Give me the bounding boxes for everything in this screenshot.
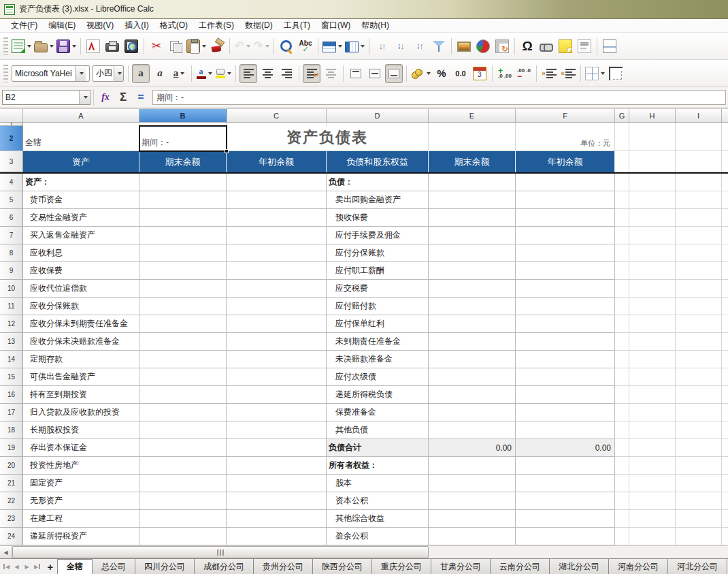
cell-a2-scope[interactable]: 全辖 — [23, 126, 139, 151]
liability-label-cell[interactable]: 股本 — [327, 475, 429, 492]
next-sheet-button[interactable]: ▶ — [22, 562, 32, 572]
row-header-3[interactable]: 3 — [0, 151, 23, 172]
liability-beginning-cell[interactable]: 0.00 — [516, 439, 615, 457]
liability-ending-cell[interactable] — [429, 262, 516, 280]
fill-handle[interactable] — [225, 149, 229, 153]
asset-beginning-cell[interactable] — [227, 280, 327, 298]
liability-label-cell[interactable]: 应付分保账款 — [327, 244, 429, 262]
cell-c2-title[interactable]: 资产负债表 — [227, 126, 429, 151]
asset-label-cell[interactable]: 存出资本保证金 — [23, 439, 139, 457]
row-header[interactable]: 8 — [0, 244, 23, 262]
row-header[interactable]: 7 — [0, 227, 23, 244]
table-header-assets[interactable]: 资产 — [23, 151, 139, 172]
liability-ending-cell[interactable] — [429, 280, 516, 298]
liability-ending-cell[interactable] — [429, 386, 516, 404]
liability-ending-cell[interactable] — [429, 174, 516, 191]
liability-beginning-cell[interactable] — [516, 262, 615, 280]
scrollbar-thumb[interactable] — [12, 546, 429, 558]
asset-beginning-cell[interactable] — [227, 191, 327, 209]
delete-decimal-button[interactable]: .00 .0− — [515, 64, 533, 83]
asset-ending-cell[interactable] — [139, 191, 227, 209]
liability-ending-cell[interactable] — [429, 510, 516, 528]
font-size-combo[interactable]: 小四 — [93, 65, 124, 82]
asset-label-cell[interactable]: 固定资产 — [23, 475, 139, 492]
special-character-button[interactable]: Ω — [518, 37, 536, 56]
export-pdf-button[interactable] — [84, 37, 102, 56]
font-color-button[interactable]: a — [195, 64, 213, 83]
liability-beginning-cell[interactable] — [516, 298, 615, 315]
sheet-tab[interactable]: 总公司 — [92, 559, 135, 574]
asset-ending-cell[interactable] — [139, 457, 227, 475]
liability-beginning-cell[interactable] — [516, 421, 615, 439]
dropdown-arrow-icon[interactable] — [72, 45, 76, 48]
cell-f2-unit[interactable]: 单位：元 — [516, 126, 615, 151]
liability-label-cell[interactable]: 预收保费 — [327, 209, 429, 227]
liability-label-cell[interactable]: 保费准备金 — [327, 404, 429, 421]
merge-cells-button[interactable] — [322, 64, 340, 83]
row-header[interactable]: 22 — [0, 492, 23, 510]
asset-label-cell[interactable]: 递延所得税资产 — [23, 528, 139, 545]
liability-beginning-cell[interactable] — [516, 209, 615, 227]
asset-beginning-cell[interactable] — [227, 174, 327, 191]
insert-comment-button[interactable] — [557, 37, 574, 56]
asset-beginning-cell[interactable] — [227, 475, 327, 492]
dropdown-arrow-icon[interactable] — [227, 72, 231, 75]
asset-ending-cell[interactable] — [139, 528, 227, 545]
liability-label-cell[interactable]: 其他综合收益 — [327, 510, 429, 528]
asset-ending-cell[interactable] — [139, 280, 227, 298]
asset-ending-cell[interactable] — [139, 421, 227, 439]
liability-label-cell[interactable]: 盈余公积 — [327, 528, 429, 545]
liability-beginning-cell[interactable] — [516, 244, 615, 262]
borders-button[interactable] — [584, 64, 606, 83]
column-header[interactable]: I — [676, 109, 722, 123]
liability-beginning-cell[interactable] — [516, 368, 615, 386]
liability-beginning-cell[interactable] — [516, 492, 615, 510]
asset-beginning-cell[interactable] — [227, 404, 327, 421]
align-center-button[interactable] — [259, 64, 276, 83]
insert-chart-button[interactable] — [474, 37, 492, 56]
sum-button[interactable]: Σ — [114, 89, 132, 106]
italic-button[interactable]: a — [151, 64, 169, 83]
liability-ending-cell[interactable] — [429, 244, 516, 262]
table-header-ending-balance2[interactable]: 期末余额 — [429, 151, 516, 172]
row-header[interactable]: 10 — [0, 280, 23, 298]
asset-label-cell[interactable]: 归入贷款及应收款的投资 — [23, 404, 139, 421]
date-format-button[interactable] — [471, 64, 489, 83]
asset-ending-cell[interactable] — [139, 244, 227, 262]
asset-beginning-cell[interactable] — [227, 386, 327, 404]
align-left-button[interactable] — [239, 64, 257, 83]
font-name-combo[interactable]: Microsoft YaHei — [12, 65, 90, 82]
asset-beginning-cell[interactable] — [227, 244, 327, 262]
liability-beginning-cell[interactable] — [516, 227, 615, 244]
open-button[interactable] — [33, 37, 54, 56]
asset-beginning-cell[interactable] — [227, 368, 327, 386]
hyperlink-button[interactable] — [537, 37, 555, 56]
asset-ending-cell[interactable] — [139, 209, 227, 227]
sheet-tab[interactable]: 四川分公司 — [135, 559, 194, 574]
dropdown-arrow-icon[interactable] — [246, 45, 250, 48]
liability-beginning-cell[interactable] — [516, 457, 615, 475]
liability-ending-cell[interactable] — [429, 492, 516, 510]
asset-ending-cell[interactable] — [139, 510, 227, 528]
sort-ascending-button[interactable]: ⁞↑ — [411, 37, 429, 56]
menu-item[interactable]: 视图(V) — [81, 18, 119, 33]
asset-beginning-cell[interactable] — [227, 262, 327, 280]
table-header-liabilities-equity[interactable]: 负债和股东权益 — [327, 151, 429, 172]
menu-item[interactable]: 格式(O) — [154, 18, 193, 33]
autofilter-button[interactable] — [430, 37, 448, 56]
liability-label-cell[interactable]: 应付手续费及佣金 — [327, 227, 429, 244]
asset-label-cell[interactable]: 应收分保未到期责任准备金 — [23, 315, 139, 333]
asset-label-cell[interactable]: 投资性房地产 — [23, 457, 139, 475]
formula-input[interactable]: 期间：- — [152, 90, 726, 105]
asset-ending-cell[interactable] — [139, 298, 227, 315]
toolbar-grip[interactable] — [3, 65, 8, 82]
menu-item[interactable]: 编辑(E) — [43, 18, 81, 33]
row-header[interactable]: 21 — [0, 475, 23, 492]
dropdown-arrow-icon[interactable] — [50, 45, 54, 48]
asset-label-cell[interactable]: 货币资金 — [23, 191, 139, 209]
liability-beginning-cell[interactable] — [516, 174, 615, 191]
liability-ending-cell[interactable] — [429, 475, 516, 492]
liability-label-cell[interactable]: 应付职工薪酬 — [327, 262, 429, 280]
liability-beginning-cell[interactable] — [516, 510, 615, 528]
asset-beginning-cell[interactable] — [227, 510, 327, 528]
